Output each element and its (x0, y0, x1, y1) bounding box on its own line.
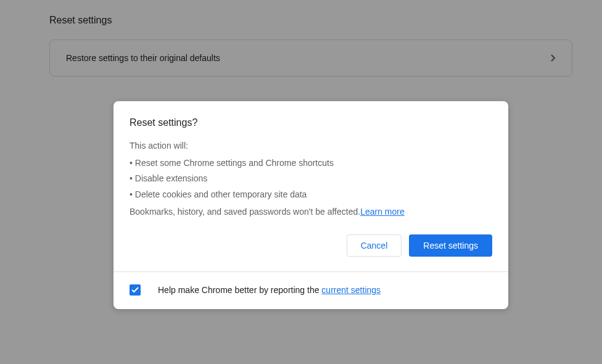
cancel-button[interactable]: Cancel (347, 234, 402, 257)
learn-more-link[interactable]: Learn more (360, 207, 405, 217)
footer-text: Help make Chrome better by reporting the… (158, 285, 381, 295)
dialog-preserve-note: Bookmarks, history, and saved passwords … (130, 205, 492, 219)
dialog-intro: This action will: (130, 139, 492, 153)
dialog-bullet: • Disable extensions (130, 172, 492, 186)
report-settings-checkbox[interactable] (130, 284, 141, 296)
dialog-bullet: • Reset some Chrome settings and Chrome … (130, 157, 492, 170)
dialog-bullet-list: • Reset some Chrome settings and Chrome … (130, 157, 492, 202)
dialog-footer: Help make Chrome better by reporting the… (113, 271, 508, 309)
reset-settings-button[interactable]: Reset settings (409, 234, 492, 257)
dialog-button-row: Cancel Reset settings (130, 234, 492, 257)
preserve-note-text: Bookmarks, history, and saved passwords … (130, 207, 360, 217)
dialog-body: Reset settings? This action will: • Rese… (113, 101, 508, 271)
dialog-title: Reset settings? (130, 117, 492, 128)
dialog-bullet: • Delete cookies and other temporary sit… (130, 188, 492, 202)
reset-settings-dialog: Reset settings? This action will: • Rese… (113, 101, 508, 309)
current-settings-link[interactable]: current settings (321, 285, 381, 295)
footer-prefix: Help make Chrome better by reporting the (158, 285, 321, 295)
